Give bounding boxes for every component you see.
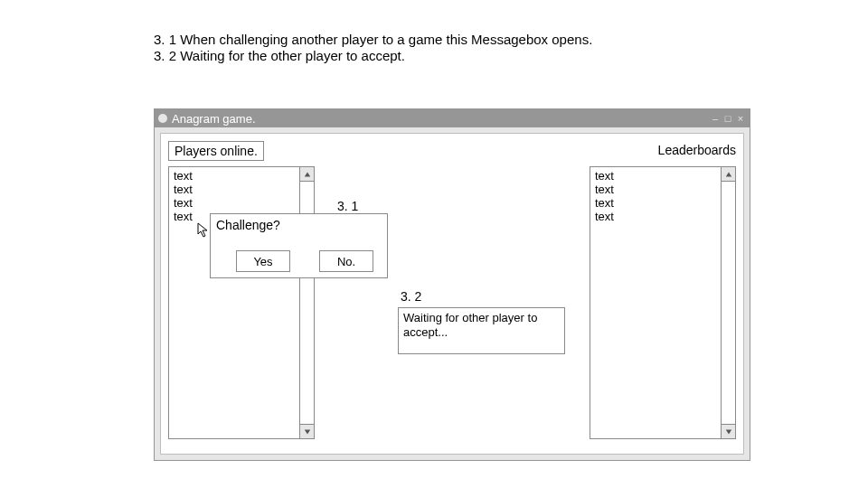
window-title: Anagram game.: [172, 112, 256, 126]
svg-marker-2: [725, 172, 731, 176]
app-icon: [158, 114, 167, 123]
list-item[interactable]: text: [174, 183, 295, 197]
leaderboards-list-content: text text text text: [590, 167, 721, 438]
scroll-up-icon[interactable]: [300, 167, 314, 182]
list-item[interactable]: text: [174, 197, 295, 211]
caption-line-1: 3. 1 When challenging another player to …: [154, 32, 592, 47]
leaderboards-heading: Leaderboards: [658, 143, 736, 157]
list-item[interactable]: text: [174, 170, 295, 183]
maximize-icon[interactable]: □: [722, 113, 733, 124]
close-icon[interactable]: ×: [735, 113, 746, 124]
annotation-3-1: 3. 1: [337, 199, 358, 213]
svg-marker-3: [725, 429, 731, 434]
scroll-up-icon[interactable]: [722, 167, 735, 182]
scroll-down-icon[interactable]: [300, 424, 314, 438]
window-controls: – □ ×: [710, 113, 746, 124]
leaderboards-listbox[interactable]: text text text text: [590, 166, 736, 439]
yes-button[interactable]: Yes: [236, 250, 290, 272]
no-button[interactable]: No.: [319, 250, 373, 272]
scroll-down-icon[interactable]: [722, 424, 735, 438]
challenge-title: Challenge?: [216, 218, 280, 232]
list-item[interactable]: text: [595, 197, 716, 211]
svg-marker-0: [304, 172, 309, 176]
list-item[interactable]: text: [595, 183, 716, 197]
waiting-text: Waiting for other player to accept...: [403, 311, 560, 339]
players-online-heading: Players online.: [168, 141, 264, 161]
window-body: Players online. Leaderboards text text t…: [160, 133, 744, 455]
list-item[interactable]: text: [595, 211, 716, 224]
leaderboards-scrollbar[interactable]: [721, 167, 735, 438]
players-listbox[interactable]: text text text text: [168, 166, 315, 439]
titlebar: Anagram game. – □ ×: [155, 109, 750, 127]
annotation-3-2: 3. 2: [401, 289, 421, 304]
players-scrollbar[interactable]: [299, 167, 314, 438]
list-item[interactable]: text: [595, 170, 716, 183]
caption-line-2: 3. 2 Waiting for the other player to acc…: [154, 48, 405, 63]
players-list-content: text text text text: [169, 167, 299, 438]
minimize-icon[interactable]: –: [710, 113, 721, 124]
challenge-messagebox: Challenge? Yes No.: [210, 213, 388, 278]
waiting-messagebox: Waiting for other player to accept...: [398, 307, 565, 354]
app-window: Anagram game. – □ × Players online. Lead…: [154, 108, 750, 461]
svg-marker-1: [304, 429, 309, 434]
